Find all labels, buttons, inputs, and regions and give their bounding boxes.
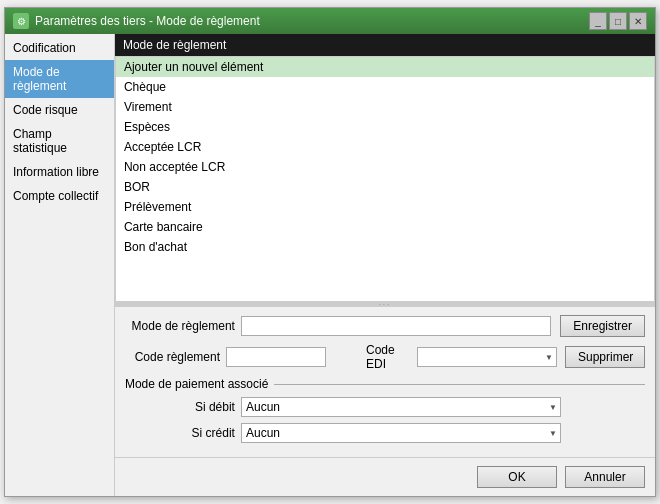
content-area: Codification Mode de règlement Code risq… [5,34,655,496]
si-debit-select-wrapper: Aucun [241,397,561,417]
main-panel: Mode de règlement Ajouter un nouvel élém… [115,34,655,496]
code-reglement-row: Code règlement Code EDI Supprimer [125,343,645,371]
sidebar-item-compte-collectif[interactable]: Compte collectif [5,184,114,208]
maximize-button[interactable]: □ [609,12,627,30]
enregistrer-button[interactable]: Enregistrer [560,315,645,337]
window-title: Paramètres des tiers - Mode de règlement [35,14,589,28]
list-item-prelevement[interactable]: Prélèvement [116,197,654,217]
annuler-button[interactable]: Annuler [565,466,645,488]
list-item-bor[interactable]: BOR [116,177,654,197]
bottom-buttons: OK Annuler [115,457,655,496]
sidebar-item-code-risque[interactable]: Code risque [5,98,114,122]
si-debit-row: Si débit Aucun [125,397,645,417]
mode-reglement-input[interactable] [241,316,551,336]
close-button[interactable]: ✕ [629,12,647,30]
mode-reglement-row: Mode de règlement Enregistrer [125,315,645,337]
si-credit-select-wrapper: Aucun [241,423,561,443]
si-credit-label: Si crédit [125,426,235,440]
si-debit-select[interactable]: Aucun [241,397,561,417]
list-item-carte-bancaire[interactable]: Carte bancaire [116,217,654,237]
title-bar: ⚙ Paramètres des tiers - Mode de règleme… [5,8,655,34]
list-item-non-acceptee-lcr[interactable]: Non acceptée LCR [116,157,654,177]
sidebar-item-information-libre[interactable]: Information libre [5,160,114,184]
items-list[interactable]: Ajouter un nouvel élément Chèque Viremen… [115,56,655,302]
sidebar-item-champ-statistique[interactable]: Champ statistique [5,122,114,160]
main-window: ⚙ Paramètres des tiers - Mode de règleme… [4,7,656,497]
list-item-virement[interactable]: Virement [116,97,654,117]
supprimer-button[interactable]: Supprimer [565,346,645,368]
list-header: Mode de règlement [115,34,655,56]
code-edi-select[interactable] [417,347,557,367]
si-credit-select[interactable]: Aucun [241,423,561,443]
main-content: Mode de règlement Ajouter un nouvel élém… [115,34,655,457]
code-reglement-input[interactable] [226,347,326,367]
list-item-bon-achat[interactable]: Bon d'achat [116,237,654,257]
sidebar: Codification Mode de règlement Code risq… [5,34,115,496]
list-item-cheque[interactable]: Chèque [116,77,654,97]
si-debit-label: Si débit [125,400,235,414]
sidebar-item-codification[interactable]: Codification [5,36,114,60]
section-paiement-title: Mode de paiement associé [125,377,645,391]
code-edi-select-wrapper [417,347,557,367]
list-item-acceptee-lcr[interactable]: Acceptée LCR [116,137,654,157]
minimize-button[interactable]: _ [589,12,607,30]
sidebar-item-mode-reglement[interactable]: Mode de règlement [5,60,114,98]
window-controls: _ □ ✕ [589,12,647,30]
form-area: Mode de règlement Enregistrer Code règle… [115,306,655,457]
si-credit-row: Si crédit Aucun [125,423,645,443]
list-item-especes[interactable]: Espèces [116,117,654,137]
list-item-add-new[interactable]: Ajouter un nouvel élément [116,57,654,77]
app-icon: ⚙ [13,13,29,29]
code-edi-label: Code EDI [366,343,411,371]
ok-button[interactable]: OK [477,466,557,488]
mode-reglement-label: Mode de règlement [125,319,235,333]
code-reglement-label: Code règlement [125,350,220,364]
